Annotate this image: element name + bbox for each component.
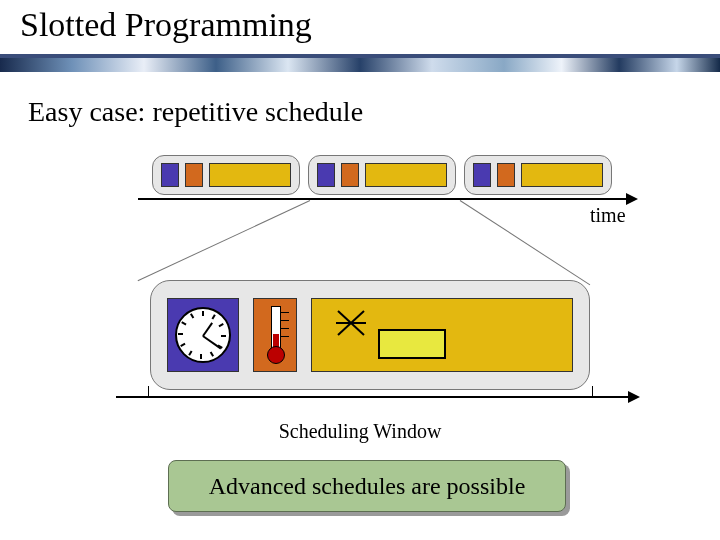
radio-task (311, 298, 573, 372)
lead-line (460, 200, 591, 285)
radio-antenna-icon (334, 307, 368, 339)
task-orange (185, 163, 203, 187)
slot (464, 155, 612, 195)
scheduling-window-label: Scheduling Window (0, 420, 720, 443)
slide: Slotted Programming Easy case: repetitiv… (0, 0, 720, 540)
task-yellow (521, 163, 603, 187)
task-purple (473, 163, 491, 187)
slot (308, 155, 456, 195)
thermometer-task (253, 298, 297, 372)
slot (152, 155, 300, 195)
callout-text: Advanced schedules are possible (209, 473, 526, 500)
time-axis-arrow (138, 198, 636, 200)
task-orange (497, 163, 515, 187)
lead-line (138, 200, 311, 281)
timeline-slots (152, 155, 612, 195)
slide-subtitle: Easy case: repetitive schedule (28, 96, 363, 128)
radio-box-icon (378, 329, 446, 359)
thermometer-icon (267, 306, 283, 364)
decorative-band (0, 58, 720, 72)
task-yellow (209, 163, 291, 187)
clock-icon (175, 307, 231, 363)
task-orange (341, 163, 359, 187)
clock-task (167, 298, 239, 372)
time-axis-label: time (590, 204, 626, 227)
window-axis-arrow (116, 396, 638, 398)
scheduling-window-detail (150, 280, 590, 390)
task-yellow (365, 163, 447, 187)
task-purple (317, 163, 335, 187)
slide-title: Slotted Programming (20, 6, 312, 44)
callout-box: Advanced schedules are possible (168, 460, 566, 512)
task-purple (161, 163, 179, 187)
